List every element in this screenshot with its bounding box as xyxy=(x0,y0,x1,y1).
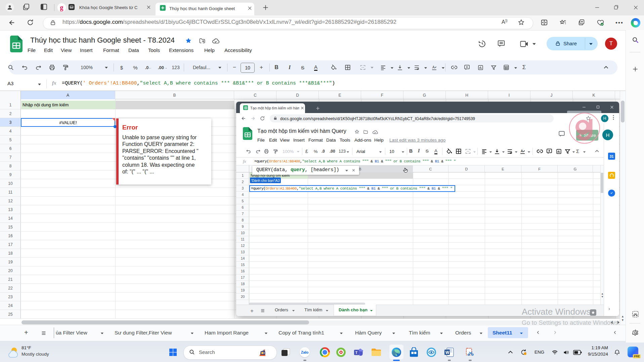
svg-text:T: T xyxy=(355,351,358,355)
svg-text:A: A xyxy=(520,149,523,153)
svg-text:A: A xyxy=(432,65,434,69)
svg-text:W: W xyxy=(445,350,449,355)
